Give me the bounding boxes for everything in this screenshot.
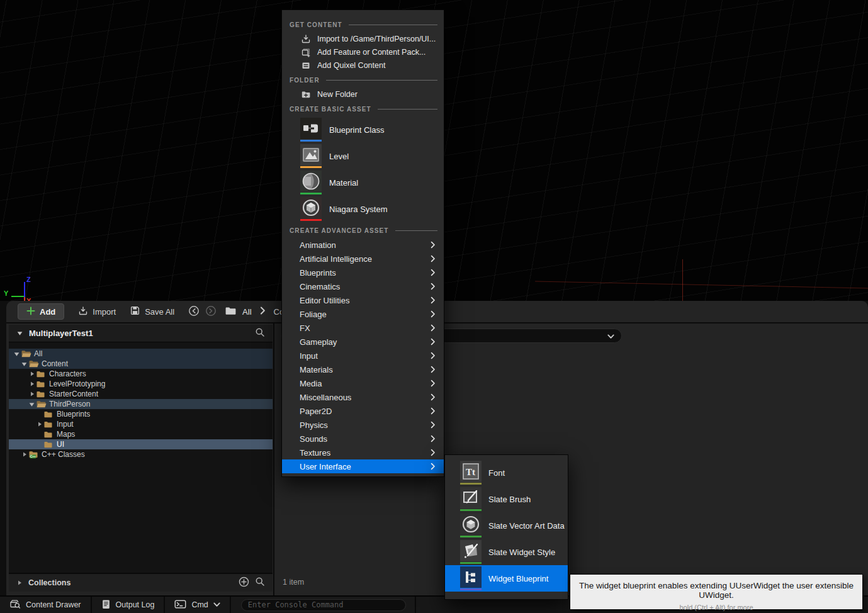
- search-collections-icon[interactable]: [255, 576, 265, 589]
- font-icon: Tt: [460, 461, 482, 485]
- submenu-item-widget-blueprint[interactable]: Widget Blueprint: [445, 565, 568, 592]
- asset-type-color-bar: [300, 219, 322, 221]
- menu-item-level[interactable]: Level: [282, 143, 444, 169]
- console-command-input[interactable]: [241, 599, 406, 611]
- menu-item-label: Add Feature or Content Pack...: [317, 48, 426, 57]
- tree-item-characters[interactable]: Characters: [9, 369, 273, 379]
- menu-item-niagara-system[interactable]: Niagara System: [282, 196, 444, 222]
- menu-item-new-folder[interactable]: New Folder: [282, 87, 444, 101]
- project-filter-bar[interactable]: MultiplayerTest1: [9, 325, 273, 342]
- submenu-item-slate-vector-art-data[interactable]: Slate Vector Art Data: [445, 512, 568, 539]
- breadcrumb-all[interactable]: All: [242, 307, 251, 317]
- tri-down-icon[interactable]: [28, 401, 36, 408]
- y-axis-line: [11, 296, 24, 297]
- menu-item-foliage[interactable]: Foliage: [282, 307, 444, 321]
- submenu-item-font[interactable]: TtFont: [445, 459, 568, 486]
- grid-axis-line-vertical: [682, 259, 683, 301]
- menu-item-user-interface[interactable]: User Interface: [282, 459, 444, 473]
- header-rule: [378, 109, 437, 110]
- tree-item-blueprints[interactable]: Blueprints: [9, 409, 273, 419]
- tree-item-input[interactable]: Input: [9, 419, 273, 429]
- chevron-down-icon[interactable]: [607, 330, 614, 342]
- asset-type-color-bar: [460, 509, 482, 511]
- get-content-items: Import to /Game/ThirdPerson/UI...Add Fea…: [282, 32, 444, 72]
- menu-item-cinematics[interactable]: Cinematics: [282, 279, 444, 293]
- menu-item-gameplay[interactable]: Gameplay: [282, 335, 444, 349]
- tree-item-content[interactable]: Content: [9, 359, 273, 369]
- tree-item-maps[interactable]: Maps: [9, 429, 273, 439]
- tree-item-label: All: [34, 349, 42, 358]
- tree-item-label: StarterContent: [49, 390, 98, 398]
- add-button[interactable]: Add: [18, 303, 64, 320]
- menu-item-physics[interactable]: Physics: [282, 418, 444, 432]
- tri-right-icon[interactable]: [28, 381, 36, 387]
- import-button[interactable]: Import: [78, 306, 116, 318]
- submenu-item-slate-widget-style[interactable]: Slate Widget Style: [445, 539, 568, 565]
- add-collection-icon[interactable]: [239, 576, 249, 590]
- section-header-basic: CREATE BASIC ASSET: [290, 105, 437, 113]
- content-drawer-button[interactable]: Content Drawer: [0, 597, 92, 613]
- menu-item-animation[interactable]: Animation: [282, 238, 444, 252]
- chevron-right-icon: [431, 310, 436, 318]
- menu-item-artificial-intelligence[interactable]: Artificial Intelligence: [282, 252, 444, 266]
- tri-right-icon[interactable]: [28, 391, 36, 397]
- menu-item-label: Paper2D: [300, 407, 332, 416]
- section-header-folder: FOLDER: [290, 76, 437, 84]
- import-icon: [78, 306, 88, 318]
- folder-icon: [225, 306, 237, 318]
- tree-item-ui[interactable]: UI: [9, 439, 273, 449]
- menu-item-blueprint-class[interactable]: Blueprint Class: [282, 116, 444, 143]
- chevron-right-icon[interactable]: [260, 306, 266, 317]
- cmd-dropdown[interactable]: Cmd: [165, 597, 230, 613]
- forward-icon[interactable]: [205, 305, 217, 318]
- menu-item-textures[interactable]: Textures: [282, 446, 444, 459]
- niagara-icon: [300, 197, 322, 222]
- tri-right-icon[interactable]: [28, 371, 36, 377]
- menu-item-miscellaneous[interactable]: Miscellaneous: [282, 390, 444, 404]
- tri-down-icon[interactable]: [13, 351, 21, 357]
- chevron-right-icon: [431, 407, 436, 415]
- tree-item-levelprototyping[interactable]: LevelPrototyping: [9, 379, 273, 389]
- collections-bar[interactable]: Collections: [9, 573, 273, 592]
- menu-item-label: User Interface: [300, 462, 351, 471]
- menu-item-paper2d[interactable]: Paper2D: [282, 404, 444, 418]
- search-icon[interactable]: [255, 327, 265, 340]
- menu-item-import-to-game-thirdperson-ui[interactable]: Import to /Game/ThirdPerson/UI...: [282, 32, 444, 45]
- z-axis-label: Z: [26, 276, 31, 283]
- menu-item-label: Cinematics: [300, 282, 340, 291]
- save-all-button[interactable]: Save All: [130, 305, 174, 318]
- expand-arrow-icon[interactable]: [16, 577, 23, 588]
- cmd-icon: [174, 599, 186, 611]
- chevron-right-icon: [431, 449, 436, 456]
- chevron-right-icon: [431, 283, 436, 290]
- tri-down-icon[interactable]: [20, 361, 28, 368]
- section-header-label: GET CONTENT: [290, 21, 342, 28]
- tri-right-icon[interactable]: [20, 451, 28, 458]
- tree-item-label: C++ Classes: [42, 450, 85, 459]
- menu-item-materials[interactable]: Materials: [282, 363, 444, 376]
- material-icon: [300, 171, 322, 195]
- menu-item-media[interactable]: Media: [282, 376, 444, 390]
- menu-item-blueprints[interactable]: Blueprints: [282, 266, 444, 279]
- menu-item-add-quixel-content[interactable]: Add Quixel Content: [282, 59, 444, 72]
- tree-item-c-classes[interactable]: C++C++ Classes: [9, 449, 273, 459]
- tree-item-all[interactable]: All: [9, 349, 273, 359]
- tree-item-thirdperson[interactable]: ThirdPerson: [9, 399, 273, 409]
- menu-item-add-feature-or-content-pack[interactable]: Add Feature or Content Pack...: [282, 45, 444, 59]
- menu-item-editor-utilities[interactable]: Editor Utilities: [282, 293, 444, 307]
- section-header-label: FOLDER: [290, 77, 320, 84]
- add-button-label: Add: [40, 307, 55, 317]
- output-log-button[interactable]: Output Log: [92, 597, 166, 613]
- menu-item-sounds[interactable]: Sounds: [282, 432, 444, 446]
- chevron-right-icon: [431, 255, 436, 262]
- menu-item-input[interactable]: Input: [282, 349, 444, 363]
- tree-item-startercontent[interactable]: StarterContent: [9, 389, 273, 399]
- menu-item-material[interactable]: Material: [282, 169, 444, 196]
- asset-type-color-bar: [300, 193, 322, 194]
- tri-right-icon[interactable]: [35, 421, 43, 427]
- back-icon[interactable]: [188, 305, 200, 318]
- project-name: MultiplayerTest1: [29, 329, 249, 338]
- submenu-item-slate-brush[interactable]: Slate Brush: [445, 486, 568, 512]
- menu-item-fx[interactable]: FX: [282, 321, 444, 335]
- chevron-down-icon[interactable]: [16, 328, 23, 339]
